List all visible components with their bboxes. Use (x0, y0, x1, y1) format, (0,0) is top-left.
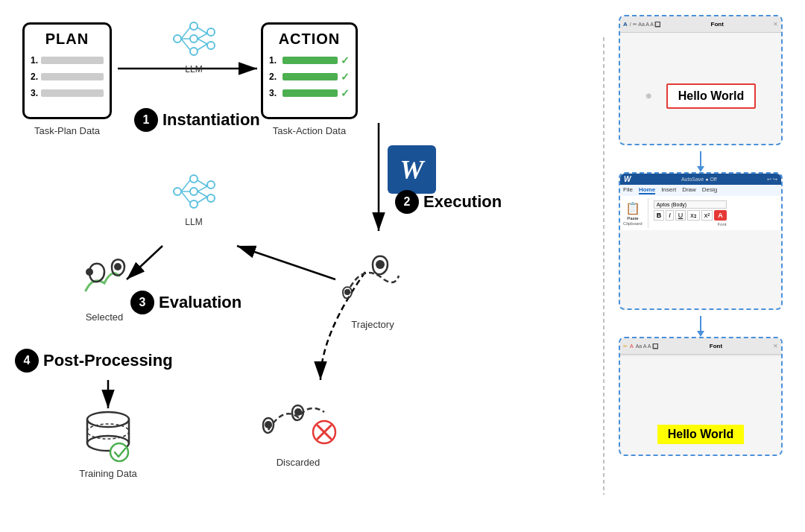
tab-home[interactable]: Home (639, 186, 655, 194)
svg-point-13 (207, 42, 215, 49)
svg-line-27 (181, 180, 190, 191)
svg-line-33 (198, 197, 207, 203)
tab-insert[interactable]: Insert (661, 186, 676, 194)
font-section: Aptos (Body) B I U x₂ x² A Font (654, 200, 727, 227)
svg-line-16 (181, 39, 190, 50)
font-name-display: Aptos (Body) (654, 200, 727, 209)
discarded-container: Discarded (246, 376, 350, 468)
svg-line-29 (181, 191, 190, 203)
step4-circle: 4 (15, 349, 39, 373)
svg-line-18 (198, 34, 207, 39)
svg-point-43 (110, 443, 128, 461)
subscript-btn[interactable]: x₂ (687, 210, 700, 221)
italic-btn[interactable]: I (666, 210, 674, 221)
panel2-ribbon-tabs: File Home Insert Draw Desig (620, 185, 781, 196)
screenshots-area: A / ✏ Aa A A 🔲 Font ✕ ⊕ Hello World W Au… (611, 0, 805, 532)
llm-brain-mid-icon (170, 171, 218, 212)
tab-desig[interactable]: Desig (702, 186, 717, 194)
connector-1 (700, 151, 701, 166)
panel1-title: Font (663, 21, 771, 28)
svg-line-5 (237, 246, 335, 279)
step2-circle: 2 (395, 190, 419, 214)
plan-title: PLAN (45, 31, 89, 48)
hello-world-red-text: Hello World (666, 83, 757, 109)
plan-box: PLAN 1. 2. 3. (22, 22, 112, 119)
panel1-toolbar: A / ✏ Aa A A 🔲 Font ✕ (620, 16, 781, 33)
action-box: ACTION 1. ✓ 2. ✓ 3. ✓ (261, 22, 358, 119)
action-line-1: 1. ✓ (269, 54, 350, 66)
discarded-label: Discarded (246, 457, 350, 468)
superscript-btn[interactable]: x² (701, 210, 713, 221)
training-label: Training Data (67, 468, 149, 479)
plan-number-1: 1. (31, 55, 38, 66)
instantiation-label: 1 Instantiation (134, 108, 260, 132)
svg-point-37 (344, 289, 350, 295)
svg-point-11 (190, 48, 198, 55)
svg-point-21 (174, 188, 181, 195)
svg-point-24 (190, 200, 198, 208)
word-w-icon: W (388, 145, 436, 194)
tab-file[interactable]: File (623, 186, 633, 194)
llm-mid: LLM (164, 171, 224, 227)
tab-draw[interactable]: Draw (682, 186, 696, 194)
underline-btn[interactable]: U (675, 210, 686, 221)
action-line-3: 3. ✓ (269, 87, 350, 99)
screenshot-panel-1: A / ✏ Aa A A 🔲 Font ✕ ⊕ Hello World (619, 15, 783, 145)
hello-world-yellow-text: Hello World (657, 425, 745, 444)
highlight-red-btn[interactable]: A (714, 210, 727, 221)
step3-circle: 3 (130, 291, 154, 314)
action-check-3: ✓ (341, 87, 350, 99)
svg-point-12 (207, 28, 215, 36)
trajectory-container: Trajectory (328, 238, 417, 330)
selected-icon (71, 246, 138, 305)
font-section-label: Font (654, 222, 727, 227)
svg-line-32 (198, 191, 207, 197)
screenshot-panel-3: ✏ A Aa A A 🔲 Font ✕ Hello World (619, 337, 783, 456)
execution-label: 2 Execution (395, 190, 502, 214)
action-number-2: 2. (269, 72, 277, 82)
svg-line-31 (198, 186, 207, 191)
action-bar-2 (282, 73, 338, 80)
svg-point-9 (190, 22, 198, 30)
step2-text: Execution (423, 192, 502, 212)
diagram-area: PLAN 1. 2. 3. Task-Plan Data (0, 0, 611, 532)
plan-label: Task-Plan Data (22, 125, 112, 136)
main-container: PLAN 1. 2. 3. Task-Plan Data (0, 0, 805, 532)
svg-line-19 (198, 39, 207, 44)
action-number-1: 1. (269, 55, 277, 66)
plan-number-3: 3. (31, 88, 38, 98)
plan-line-1: 1. (31, 55, 104, 66)
svg-point-10 (190, 35, 198, 42)
postprocessing-label: 4 Post-Processing (15, 349, 173, 373)
llm-mid-label: LLM (164, 217, 224, 227)
svg-line-20 (198, 44, 207, 50)
bold-btn[interactable]: B (654, 210, 665, 221)
svg-point-26 (207, 194, 215, 202)
panel2-word-bar: W AutoSave ● Off ↩ ↪ (620, 174, 781, 185)
panel3-title: Font (661, 343, 771, 349)
panel3-toolbar: ✏ A Aa A A 🔲 Font ✕ (620, 338, 781, 355)
svg-point-35 (114, 263, 121, 270)
svg-point-36 (376, 260, 385, 269)
svg-line-17 (198, 28, 207, 34)
panel2-autosave: AutoSave ● Off (633, 177, 765, 182)
screenshot-panel-2: W AutoSave ● Off ↩ ↪ File Home Insert Dr… (619, 172, 783, 310)
svg-point-38 (87, 412, 129, 427)
svg-point-34 (86, 268, 93, 276)
trajectory-icon (332, 238, 414, 313)
plan-bar-1 (41, 57, 104, 64)
svg-point-23 (190, 188, 198, 195)
evaluation-label: 3 Evaluation (130, 291, 242, 314)
paste-section: 📋 Paste Clipboard (623, 201, 643, 226)
svg-point-44 (265, 421, 272, 428)
action-label: Task-Action Data (261, 125, 358, 136)
discarded-icon (250, 376, 347, 451)
svg-point-45 (294, 408, 302, 416)
action-bar-1 (282, 57, 338, 64)
trajectory-label: Trajectory (328, 319, 417, 330)
svg-point-22 (190, 175, 198, 183)
plan-bar-2 (41, 73, 104, 80)
svg-point-8 (174, 35, 181, 42)
action-number-3: 3. (269, 88, 277, 98)
step4-text: Post-Processing (43, 351, 173, 370)
